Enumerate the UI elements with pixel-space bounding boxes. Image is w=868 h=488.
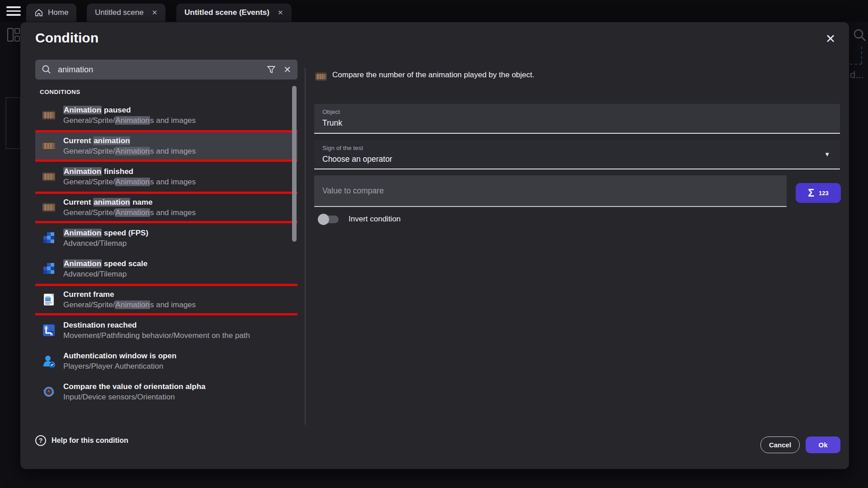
list-scrollbar[interactable] xyxy=(292,86,297,242)
list-item[interactable]: Current animation nameGeneral/Sprite/Ani… xyxy=(35,194,297,221)
list-item-subtitle: General/Sprite/Animations and images xyxy=(63,115,196,126)
tab-home[interactable]: Home xyxy=(26,4,76,22)
value-field xyxy=(314,175,787,207)
chevron-down-icon: ▼ xyxy=(824,151,830,158)
list-item-title: Current animation name xyxy=(63,197,196,207)
field-value: Choose an operator xyxy=(322,155,392,164)
ok-button[interactable]: Ok xyxy=(806,436,840,453)
list-item-subtitle: Advanced/Tilemap xyxy=(63,269,147,279)
list-item-title: Destination reached xyxy=(63,320,250,330)
invert-condition-toggle[interactable] xyxy=(318,212,341,226)
clear-search-icon[interactable]: ✕ xyxy=(283,64,291,75)
tilemap-icon xyxy=(41,232,57,244)
list-item-title: Animation speed scale xyxy=(63,258,147,269)
list-item-text: Animation speed (FPS)Advanced/Tilemap xyxy=(63,228,148,249)
film-strip-icon xyxy=(41,202,57,213)
list-item-title: Authentication window is open xyxy=(63,351,176,361)
filter-icon[interactable] xyxy=(266,65,276,75)
list-item[interactable]: Animation finishedGeneral/Sprite/Animati… xyxy=(35,163,297,190)
main-menu-icon[interactable] xyxy=(6,6,21,16)
list-item-title: Animation speed (FPS) xyxy=(63,228,148,238)
frame-image-icon xyxy=(41,293,57,306)
search-input[interactable] xyxy=(58,65,266,75)
list-item-subtitle: Players/Player Authentication xyxy=(63,361,176,371)
list-section-header: CONDITIONS xyxy=(40,89,80,95)
condition-dialog: Condition ✕ ✕ CONDITIONS Animation pause… xyxy=(20,22,849,469)
film-strip-icon xyxy=(41,171,57,182)
film-strip-icon xyxy=(41,141,57,151)
list-item-text: Current frameGeneral/Sprite/Animations a… xyxy=(63,289,196,310)
list-item[interactable]: Current frameGeneral/Sprite/Animations a… xyxy=(35,286,297,313)
tab-untitled-scene[interactable]: Untitled scene ✕ xyxy=(87,4,165,22)
conditions-list: Animation pausedGeneral/Sprite/Animation… xyxy=(35,102,297,418)
player-authentication-icon xyxy=(41,355,57,367)
list-item-text: Current animationGeneral/Sprite/Animatio… xyxy=(63,136,196,156)
tilemap-icon xyxy=(41,263,57,275)
list-item-title: Animation finished xyxy=(63,166,196,177)
list-item-subtitle: General/Sprite/Animations and images xyxy=(63,207,196,218)
film-strip-icon xyxy=(315,72,327,83)
list-item[interactable]: Current animationGeneral/Sprite/Animatio… xyxy=(35,132,297,160)
tab-label: Untitled scene xyxy=(95,8,144,17)
help-icon: ? xyxy=(35,435,46,446)
list-item-subtitle: Advanced/Tilemap xyxy=(63,238,148,249)
list-item-subtitle: General/Sprite/Animations and images xyxy=(63,146,196,156)
numeric-badge: 123 xyxy=(819,190,829,197)
field-label: Sign of the test xyxy=(322,145,363,151)
list-item-title: Current animation xyxy=(63,136,196,146)
condition-detail-panel: Compare the number of the animation play… xyxy=(314,22,840,469)
expression-editor-button[interactable]: Σ 123 xyxy=(796,183,841,203)
sigma-icon: Σ xyxy=(808,187,814,199)
operator-select[interactable]: Sign of the test Choose an operator ▼ xyxy=(314,140,840,169)
panel-divider xyxy=(305,68,306,425)
close-tab-icon[interactable]: ✕ xyxy=(152,9,158,17)
list-item-subtitle: General/Sprite/Animations and images xyxy=(63,300,196,310)
help-link[interactable]: ? Help for this condition xyxy=(35,435,128,446)
invert-condition-row: Invert condition xyxy=(314,212,401,226)
list-item-text: Authentication window is openPlayers/Pla… xyxy=(63,351,176,371)
value-input[interactable] xyxy=(314,175,787,206)
object-field[interactable]: Object Trunk xyxy=(314,104,840,134)
list-item[interactable]: Compare the value of orientation alphaIn… xyxy=(35,378,297,405)
list-item-text: Current animation nameGeneral/Sprite/Ani… xyxy=(63,197,196,218)
toggle-label: Invert condition xyxy=(349,215,401,224)
list-item-subtitle: Input/Device sensors/Orientation xyxy=(63,392,206,402)
list-item-subtitle: Movement/Pathfinding behavior/Movement o… xyxy=(63,330,250,341)
list-item-text: Destination reachedMovement/Pathfinding … xyxy=(63,320,250,341)
dialog-title: Condition xyxy=(35,30,99,46)
list-item-text: Compare the value of orientation alphaIn… xyxy=(63,381,206,402)
list-item-text: Animation pausedGeneral/Sprite/Animation… xyxy=(63,105,196,126)
home-icon xyxy=(34,8,43,17)
svg-text:B: B xyxy=(50,332,53,336)
list-item-title: Compare the value of orientation alpha xyxy=(63,381,206,392)
search-icon xyxy=(42,65,52,75)
field-value: Trunk xyxy=(322,118,342,128)
tab-label: Untitled scene (Events) xyxy=(184,8,269,17)
condition-search: ✕ xyxy=(35,60,297,80)
list-item-text: Animation speed scaleAdvanced/Tilemap xyxy=(63,258,147,279)
list-item-subtitle: General/Sprite/Animations and images xyxy=(63,177,196,187)
cancel-button[interactable]: Cancel xyxy=(760,436,800,453)
list-item[interactable]: Animation speed (FPS)Advanced/Tilemap xyxy=(35,225,297,252)
list-item-title: Current frame xyxy=(63,289,196,300)
film-strip-icon xyxy=(41,110,57,121)
pathfinding-icon: AB xyxy=(41,324,57,337)
svg-text:A: A xyxy=(45,325,47,329)
tab-label: Home xyxy=(48,8,68,17)
list-item[interactable]: Authentication window is openPlayers/Pla… xyxy=(35,347,297,375)
tab-untitled-scene-events[interactable]: Untitled scene (Events) ✕ xyxy=(176,4,292,22)
list-item-title: Animation paused xyxy=(63,105,196,115)
list-item[interactable]: Animation pausedGeneral/Sprite/Animation… xyxy=(35,102,297,129)
field-label: Object xyxy=(322,108,340,115)
list-item[interactable]: Animation speed scaleAdvanced/Tilemap xyxy=(35,255,297,282)
help-label: Help for this condition xyxy=(52,436,128,445)
list-item-text: Animation finishedGeneral/Sprite/Animati… xyxy=(63,166,196,187)
list-item[interactable]: AB Destination reachedMovement/Pathfindi… xyxy=(35,317,297,344)
app-window: Home Untitled scene ✕ Untitled scene (Ev… xyxy=(0,0,868,488)
tab-bar: Home Untitled scene ✕ Untitled scene (Ev… xyxy=(0,0,868,22)
close-tab-icon[interactable]: ✕ xyxy=(278,9,283,17)
orientation-icon xyxy=(41,385,57,398)
condition-description: Compare the number of the animation play… xyxy=(332,70,534,80)
